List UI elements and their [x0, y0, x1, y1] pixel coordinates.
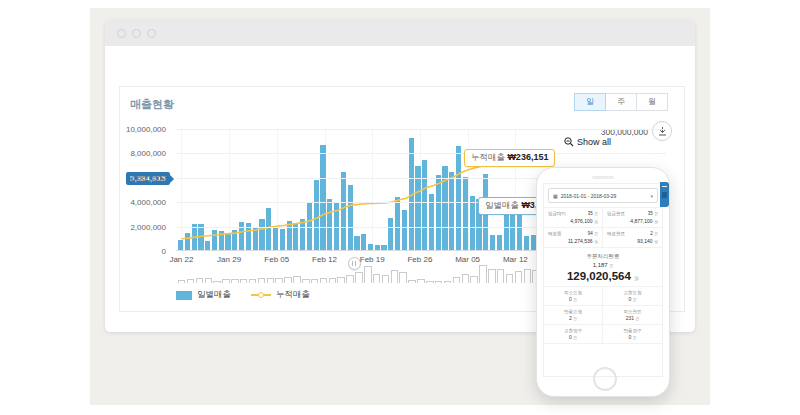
- phone-home-button: [593, 367, 617, 391]
- status-amount: 11,274,536 원: [548, 238, 598, 244]
- claim-status-cell[interactable]: 반품접수0 건: [603, 325, 662, 344]
- navigator-bar: [222, 279, 229, 283]
- summary-count-row: 1,187 건: [544, 262, 662, 268]
- period-tab-1[interactable]: 주: [605, 93, 637, 111]
- cumulative-tooltip-value: ₩236,151: [507, 152, 548, 162]
- navigator-bar: [178, 280, 185, 283]
- window-control-dot: [147, 29, 156, 38]
- navigator-bar: [488, 269, 495, 283]
- status-count: 35 건: [588, 211, 598, 216]
- claim-status-cell[interactable]: 반품요청2 건: [544, 306, 603, 325]
- navigator-bar: [293, 276, 300, 283]
- date-range-value: 2018-01-01 - 2018-03-29: [561, 193, 617, 199]
- window-control-dot: [132, 29, 141, 38]
- legend-item-bar[interactable]: 일별매출: [176, 289, 231, 301]
- order-status-cell[interactable]: 입금완료35 건4,877,100 원: [603, 208, 662, 228]
- navigator-bar: [408, 280, 415, 283]
- navigator-bar: [470, 276, 477, 283]
- navigator-bar: [249, 279, 256, 283]
- claim-count: 2 건: [544, 315, 602, 321]
- gridline: [176, 129, 666, 130]
- x-axis-label: Mar 12: [493, 255, 537, 264]
- claim-count: 0 건: [544, 296, 602, 302]
- summary-count-unit: 건: [609, 263, 613, 268]
- x-axis-label: Mar 05: [446, 255, 490, 264]
- navigator-bar: [329, 278, 336, 283]
- navigator-bar: [275, 278, 282, 283]
- claim-label: 취소완료: [603, 309, 662, 314]
- claim-label: 교환접수: [544, 328, 602, 333]
- claim-status-cell[interactable]: 교환접수0 건: [544, 325, 603, 344]
- chart-legend: 일별매출누적매출: [176, 289, 310, 301]
- date-range-selector[interactable]: ▦ 2018-01-01 - 2018-03-29 ▾: [548, 188, 658, 203]
- navigator-bar: [346, 275, 353, 283]
- navigator-bar: [213, 281, 220, 283]
- status-amount: 93,140 원: [607, 238, 658, 244]
- claim-count: 231 건: [603, 315, 662, 321]
- navigator-bar: [196, 278, 203, 283]
- navigator-bar: [399, 272, 406, 283]
- line-swatch: [251, 294, 271, 296]
- navigator-bar: [355, 272, 362, 283]
- period-tab-0[interactable]: 일: [574, 93, 606, 111]
- y-axis-label: 0: [106, 247, 166, 256]
- chart-title: 매출현황: [130, 97, 174, 112]
- chevron-down-icon: ▾: [650, 193, 653, 199]
- browser-titlebar: [105, 20, 695, 46]
- status-label: 입금대기: [548, 211, 566, 216]
- page-background: 매출현황 일주월 300,000,000 Show all: [90, 8, 710, 405]
- status-amount: 4,976,100 원: [548, 218, 598, 224]
- window-control-dot: [117, 29, 126, 38]
- navigator-bar: [205, 278, 212, 283]
- order-status-cell[interactable]: 배송완료2 건93,140 원: [603, 228, 662, 248]
- period-tab-2[interactable]: 월: [636, 93, 668, 111]
- order-status-cell[interactable]: 배송중94 건11,274,536 원: [544, 228, 603, 248]
- order-status-cell[interactable]: 입금대기35 건4,976,100 원: [544, 208, 603, 228]
- navigator-bar: [258, 278, 265, 283]
- quick-menu-tab[interactable]: [660, 182, 669, 207]
- status-label: 배송중: [548, 231, 562, 236]
- navigator-bar: [426, 281, 433, 283]
- x-axis-label: Feb 19: [350, 255, 394, 264]
- claim-label: 교환요청: [603, 290, 662, 295]
- claim-status-cell[interactable]: 교환요청0 건: [603, 287, 662, 306]
- navigator-bar: [462, 274, 469, 283]
- legend-label: 누적매출: [276, 289, 310, 301]
- status-label: 배송완료: [607, 231, 625, 236]
- claim-label: 취소요청: [544, 290, 602, 295]
- navigator-bar: [444, 281, 451, 283]
- y-axis-label: 10,000,000: [106, 125, 166, 134]
- claim-status-cell[interactable]: 취소요청0 건: [544, 287, 603, 306]
- gridline: [176, 153, 666, 154]
- phone-speaker: [592, 176, 614, 179]
- cumulative-tooltip-label: 누적매출: [471, 152, 505, 162]
- claim-label: 반품요청: [544, 309, 602, 314]
- claim-status-cell[interactable]: 취소완료231 건: [603, 306, 662, 325]
- x-axis-label: Feb 12: [303, 255, 347, 264]
- y-axis-label: 8,000,000: [106, 149, 166, 158]
- legend-item-line[interactable]: 누적매출: [251, 289, 310, 301]
- claim-label: 반품접수: [603, 328, 662, 333]
- summary-count: 1,187: [593, 262, 608, 268]
- summary-title: 주문처리완료: [544, 253, 662, 260]
- navigator-bar: [524, 269, 531, 283]
- period-toggle: 일주월: [575, 93, 668, 111]
- cumulative-tooltip: 누적매출 ₩236,151: [464, 149, 555, 167]
- navigator-bar: [479, 265, 486, 283]
- claim-count: 0 건: [603, 334, 662, 340]
- status-label: 입금완료: [607, 211, 625, 216]
- status-amount: 4,877,100 원: [607, 218, 658, 224]
- calendar-icon: ▦: [553, 193, 558, 199]
- claim-count: 0 건: [603, 296, 662, 302]
- status-count: 94 건: [588, 231, 598, 236]
- x-axis-label: Feb 26: [398, 255, 442, 264]
- navigator-bar: [435, 281, 442, 283]
- legend-label: 일별매출: [197, 289, 231, 301]
- navigator-bar: [240, 279, 247, 283]
- navigator-bar: [382, 275, 389, 283]
- navigator-bar: [506, 274, 513, 283]
- navigator-bar: [497, 269, 504, 284]
- navigator-bar: [515, 271, 522, 283]
- summary-amount-row: 129,020,564 원: [544, 270, 662, 282]
- summary-amount: 129,020,564: [567, 270, 631, 282]
